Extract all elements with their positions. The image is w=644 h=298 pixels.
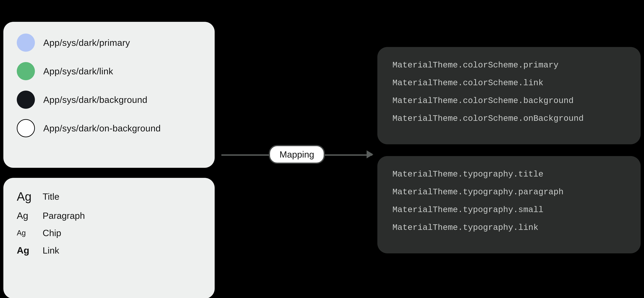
typography-sample-link: Ag bbox=[17, 245, 34, 256]
typography-token-row: Ag Paragraph bbox=[17, 210, 201, 221]
typography-token-row: Ag Chip bbox=[17, 228, 201, 238]
mapping-pill: Mapping bbox=[269, 145, 325, 164]
code-panel-colorscheme: MaterialTheme.colorScheme.primary Materi… bbox=[377, 47, 641, 144]
typography-token-label: Chip bbox=[42, 228, 61, 238]
code-line: MaterialTheme.typography.title bbox=[392, 169, 626, 179]
typography-sample-title: Ag bbox=[17, 190, 34, 203]
color-token-label: App/sys/dark/link bbox=[43, 66, 113, 76]
typography-sample-chip: Ag bbox=[17, 229, 34, 237]
arrow-head-icon bbox=[366, 150, 373, 158]
design-tokens-colors-panel: App/sys/dark/primary App/sys/dark/link A… bbox=[3, 22, 215, 168]
mapping-arrow: Mapping bbox=[221, 144, 372, 164]
typography-token-row: Ag Title bbox=[17, 190, 201, 203]
typography-token-label: Link bbox=[42, 245, 59, 255]
color-token-label: App/sys/dark/on-background bbox=[43, 123, 161, 133]
code-line: MaterialTheme.colorScheme.primary bbox=[392, 60, 626, 70]
code-line: MaterialTheme.colorScheme.background bbox=[392, 96, 626, 106]
code-line: MaterialTheme.colorScheme.link bbox=[392, 78, 626, 88]
color-swatch-on-background bbox=[17, 119, 35, 137]
code-line: MaterialTheme.typography.paragraph bbox=[392, 187, 626, 197]
code-line: MaterialTheme.colorScheme.onBackground bbox=[392, 114, 626, 124]
color-swatch-primary bbox=[17, 34, 35, 52]
design-tokens-typography-panel: Ag Title Ag Paragraph Ag Chip Ag Link bbox=[3, 178, 215, 298]
color-token-label: App/sys/dark/background bbox=[43, 95, 148, 105]
mapping-label: Mapping bbox=[280, 149, 314, 159]
typography-sample-paragraph: Ag bbox=[17, 210, 34, 221]
color-token-row: App/sys/dark/background bbox=[17, 91, 201, 109]
color-token-row: App/sys/dark/primary bbox=[17, 34, 201, 52]
typography-token-row: Ag Link bbox=[17, 245, 201, 256]
color-token-label: App/sys/dark/primary bbox=[43, 38, 130, 48]
code-panel-typography: MaterialTheme.typography.title MaterialT… bbox=[377, 156, 641, 253]
code-line: MaterialTheme.typography.small bbox=[392, 205, 626, 215]
typography-token-label: Title bbox=[42, 191, 59, 202]
color-token-row: App/sys/dark/on-background bbox=[17, 119, 201, 137]
color-swatch-background bbox=[17, 91, 35, 109]
code-line: MaterialTheme.typography.link bbox=[392, 223, 626, 232]
color-token-row: App/sys/dark/link bbox=[17, 62, 201, 80]
color-swatch-link bbox=[17, 62, 35, 80]
typography-token-label: Paragraph bbox=[42, 210, 85, 221]
